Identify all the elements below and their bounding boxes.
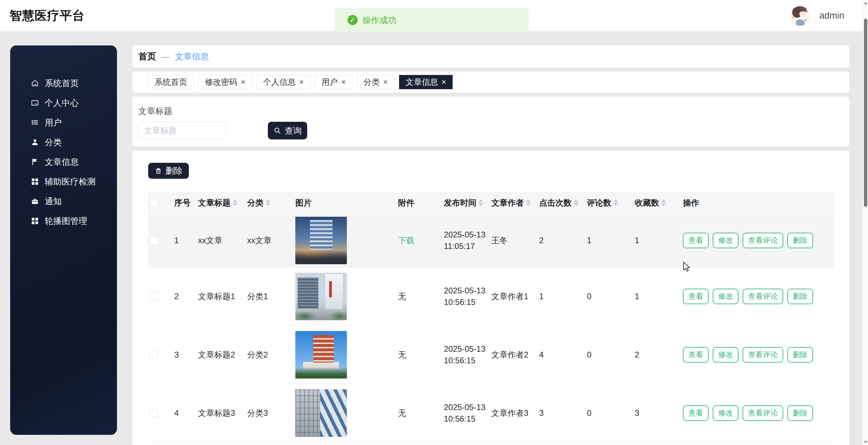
view-button[interactable]: 查看	[683, 289, 709, 304]
column-header-label: 文章标题	[198, 197, 231, 208]
row-index: 2	[174, 292, 198, 301]
sidebar-item-label: 文章信息	[45, 156, 79, 168]
column-header-label: 序号	[174, 197, 191, 208]
breadcrumb-home[interactable]: 首页	[138, 51, 156, 62]
vertical-scrollbar[interactable]	[863, 0, 868, 445]
sort-icon[interactable]	[526, 199, 531, 206]
publish-clock: 10:56:15	[444, 356, 475, 365]
scroll-up-arrow-icon[interactable]	[863, 0, 868, 6]
column-header[interactable]: 文章标题	[198, 197, 247, 208]
delete-row-button[interactable]: 删除	[787, 347, 813, 363]
delete-row-button[interactable]: 删除	[787, 289, 813, 304]
query-button[interactable]: 查询	[268, 122, 307, 139]
row-index: 4	[174, 408, 198, 418]
select-all-checkbox[interactable]	[150, 198, 158, 207]
click-count: 4	[539, 350, 587, 360]
sidebar-item-users[interactable]: 用户	[10, 113, 117, 132]
view-comments-button[interactable]: 查看评论	[743, 233, 783, 248]
delete-row-button[interactable]: 删除	[787, 233, 813, 248]
tab[interactable]: 文章信息 ×	[399, 75, 453, 89]
delete-button[interactable]: 删除	[148, 163, 189, 179]
column-header[interactable]: 附件	[398, 197, 444, 208]
article-image	[295, 331, 347, 379]
column-header[interactable]: 文章作者	[491, 197, 539, 208]
sidebar: 系统首页 个人中心 用户 分类 文章信息 辅助医疗检测 通知 轮播图管理	[10, 45, 117, 435]
sidebar-item-articles[interactable]: 文章信息	[10, 152, 117, 172]
view-comments-button[interactable]: 查看评论	[743, 347, 783, 363]
scrollbar-thumb[interactable]	[864, 19, 867, 207]
column-header[interactable]: 收藏数	[635, 197, 683, 208]
view-comments-button[interactable]: 查看评论	[743, 289, 783, 304]
edit-button[interactable]: 修改	[713, 347, 738, 363]
column-header-label: 文章作者	[491, 197, 524, 208]
comment-count: 0	[587, 350, 635, 360]
delete-row-button[interactable]: 删除	[787, 405, 813, 421]
column-header[interactable]: 评论数	[587, 197, 635, 208]
close-icon[interactable]: ×	[383, 78, 388, 86]
avatar[interactable]	[790, 6, 810, 26]
favorite-count: 1	[635, 236, 683, 245]
view-button[interactable]: 查看	[683, 347, 709, 363]
attachment-link[interactable]: 下载	[398, 235, 414, 246]
close-icon[interactable]: ×	[299, 78, 304, 86]
attachment-link[interactable]: 无	[398, 408, 406, 419]
favorite-count: 2	[635, 350, 683, 360]
tab[interactable]: 修改密码 ×	[198, 75, 252, 89]
tab-label: 分类	[363, 77, 380, 88]
tab[interactable]: 用户 ×	[315, 75, 352, 89]
user-menu[interactable]: admin	[790, 0, 844, 32]
column-header-label: 图片	[295, 197, 312, 208]
sidebar-item-assist-medical-detection[interactable]: 辅助医疗检测	[10, 172, 117, 191]
sort-icon[interactable]	[661, 199, 666, 206]
toast-message: 操作成功	[362, 15, 396, 26]
tab[interactable]: 系统首页	[148, 75, 194, 89]
row-checkbox[interactable]	[150, 350, 158, 359]
sort-icon[interactable]	[478, 199, 483, 206]
view-comments-button[interactable]: 查看评论	[743, 405, 783, 421]
column-header[interactable]: 序号	[174, 197, 198, 208]
sort-icon[interactable]	[613, 199, 618, 206]
edit-button[interactable]: 修改	[713, 233, 738, 248]
close-icon[interactable]: ×	[241, 78, 245, 86]
close-icon[interactable]: ×	[441, 78, 446, 86]
attachment-link[interactable]: 无	[398, 349, 406, 360]
column-header[interactable]: 图片	[295, 197, 398, 208]
sidebar-item-personal-center[interactable]: 个人中心	[10, 93, 117, 113]
row-checkbox[interactable]	[150, 236, 158, 245]
close-icon[interactable]: ×	[341, 78, 346, 86]
comment-count: 0	[587, 408, 635, 418]
favorite-count: 3	[635, 408, 683, 418]
view-button[interactable]: 查看	[683, 233, 709, 248]
sidebar-item-carousel-management[interactable]: 轮播图管理	[10, 211, 117, 231]
row-actions: 查看 修改 查看评论 删除	[683, 233, 834, 248]
row-checkbox[interactable]	[150, 409, 158, 417]
scroll-down-arrow-icon[interactable]	[863, 439, 868, 445]
view-button[interactable]: 查看	[683, 405, 709, 421]
article-title-input[interactable]	[138, 122, 226, 139]
sidebar-item-label: 轮播图管理	[45, 215, 87, 227]
edit-button[interactable]: 修改	[713, 405, 738, 421]
article-title: 文章标题2	[198, 349, 247, 360]
column-header[interactable]: 发布时间	[444, 197, 491, 208]
sidebar-item-system-home[interactable]: 系统首页	[10, 73, 117, 93]
breadcrumb-current[interactable]: 文章信息	[175, 51, 209, 62]
row-checkbox[interactable]	[150, 292, 158, 301]
column-header[interactable]: 点击次数	[539, 197, 587, 208]
tab[interactable]: 分类 ×	[357, 75, 394, 89]
sort-icon[interactable]	[233, 199, 237, 206]
sidebar-item-categories[interactable]: 分类	[10, 132, 117, 152]
edit-button[interactable]: 修改	[713, 289, 738, 304]
sidebar-item-label: 辅助医疗检测	[45, 176, 96, 187]
sort-icon[interactable]	[265, 199, 270, 206]
column-header-label: 分类	[247, 197, 263, 208]
sidebar-item-notifications[interactable]: 通知	[10, 191, 117, 211]
attachment-link[interactable]: 无	[398, 291, 406, 302]
tab-label: 修改密码	[205, 77, 237, 88]
row-index: 3	[174, 350, 198, 360]
column-header[interactable]: 分类	[247, 197, 295, 208]
tab[interactable]: 个人信息 ×	[257, 75, 310, 89]
article-category: 分类3	[247, 408, 295, 419]
tab-label: 个人信息	[263, 77, 296, 88]
sort-icon[interactable]	[574, 199, 578, 206]
column-header[interactable]: 操作	[683, 197, 834, 208]
